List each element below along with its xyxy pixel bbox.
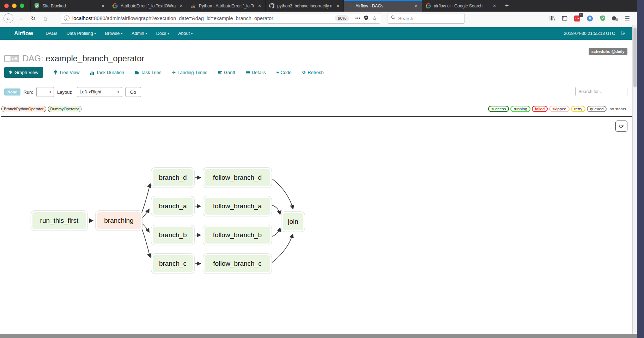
reload-button[interactable]: ↻ — [28, 13, 38, 23]
operator-legend-DummyOperator: DummyOperator — [48, 106, 81, 112]
tab-python-stackoverflow[interactable]: Python - AttributeError: '_io.Te ✕ — [187, 0, 265, 12]
graph-node-branch_a[interactable]: branch_a — [151, 196, 194, 216]
dag-pause-toggle[interactable]: Off — [4, 55, 19, 62]
graph-view-icon: ✱ — [9, 70, 13, 75]
status-legend: successrunningfailedskippedretryqueued n… — [488, 106, 627, 112]
nav-item-data-profiling[interactable]: Data Profiling▾ — [62, 31, 101, 36]
close-window-button[interactable] — [4, 4, 9, 8]
tab-close-icon[interactable]: ✕ — [257, 3, 262, 9]
airflow-brand[interactable]: Airflow — [4, 29, 33, 38]
refresh-icon: ⟳ — [302, 70, 306, 75]
status-legend-failed: failed — [532, 106, 548, 112]
search-icon — [391, 15, 396, 21]
tab-task-duration[interactable]: Task Duration — [90, 70, 124, 75]
new-tab-button[interactable]: + — [500, 0, 514, 12]
toggle-label: Off — [12, 57, 17, 61]
tab-close-icon[interactable]: ✕ — [179, 3, 184, 9]
tab-code[interactable]: ϟCode — [276, 70, 291, 75]
tab-close-icon[interactable]: ✕ — [335, 3, 340, 9]
browser-search-bar[interactable] — [388, 13, 464, 24]
tab-close-icon[interactable]: ✕ — [101, 3, 105, 9]
minimize-window-button[interactable] — [12, 4, 17, 8]
url-bar[interactable]: i localhost:8080/admin/airflow/graph?exe… — [61, 13, 380, 24]
chart-page-icon — [135, 70, 139, 75]
tab-title: Python - AttributeError: '_io.Te — [199, 4, 254, 8]
tab-task-tries[interactable]: Task Tries — [135, 70, 162, 75]
graph-node-branch_c[interactable]: branch_c — [151, 254, 194, 274]
nav-item-admin[interactable]: Admin▾ — [127, 31, 151, 36]
bookmark-star-icon[interactable]: ☆ — [372, 15, 377, 22]
graph-node-branching[interactable]: branching — [96, 211, 142, 231]
chevron-down-icon: ▾ — [191, 32, 193, 35]
graph-node-branch_b[interactable]: branch_b — [151, 225, 194, 245]
sidebar-icon[interactable] — [561, 15, 568, 22]
menu-hamburger-icon[interactable]: ☰ — [625, 15, 630, 22]
status-legend-no-status: no status — [608, 106, 627, 111]
site-info-icon[interactable]: i — [64, 16, 69, 21]
library-icon[interactable] — [548, 15, 555, 22]
nav-item-browse[interactable]: Browse▾ — [101, 31, 127, 36]
tab-refresh[interactable]: ⟳Refresh — [302, 70, 323, 75]
zoom-level-badge[interactable]: 80% — [335, 15, 349, 21]
tab-details[interactable]: Details — [246, 70, 266, 75]
nav-item-dags[interactable]: DAGs — [41, 31, 62, 36]
layout-label: Layout: — [57, 90, 72, 95]
nav-item-about[interactable]: About▾ — [174, 31, 197, 36]
graph-node-join[interactable]: join — [281, 212, 305, 232]
tree-icon — [54, 70, 57, 75]
nav-item-docs[interactable]: Docs▾ — [152, 31, 174, 36]
tab-tree-view[interactable]: Tree View — [54, 70, 80, 75]
airflow-pinwheel-icon — [347, 3, 353, 9]
bar-chart-icon — [90, 70, 94, 75]
task-search-input[interactable] — [575, 87, 627, 96]
graph-node-follow_branch_d[interactable]: follow_branch_d — [203, 168, 272, 188]
back-button[interactable]: ← — [4, 13, 13, 23]
graph-node-run_this_first[interactable]: run_this_first — [31, 211, 87, 231]
page-scrollbar[interactable] — [632, 25, 637, 334]
url-text[interactable]: localhost:8080/admin/airflow/graph?execu… — [72, 16, 332, 21]
run-select[interactable]: ▾ — [36, 87, 54, 97]
graph-node-branch_d[interactable]: branch_d — [151, 168, 194, 188]
chevron-down-icon: ▾ — [117, 90, 119, 94]
tab-landing-times[interactable]: ✈Landing Times — [172, 70, 207, 75]
tab-graph-view[interactable]: ✱Graph View — [4, 67, 43, 78]
tab-title: python3: behave incorrectly mo — [277, 4, 333, 8]
chevron-down-icon: ▾ — [146, 32, 147, 35]
forward-button[interactable]: → — [16, 13, 26, 23]
tab-gantt[interactable]: Gantt — [218, 70, 235, 75]
zoom-window-button[interactable] — [20, 4, 24, 8]
scrollbar-thumb[interactable] — [633, 27, 637, 87]
status-legend-items: successrunningfailedskippedretryqueued — [488, 106, 607, 112]
extension-shield-icon[interactable] — [599, 15, 606, 22]
tracking-shield-icon[interactable] — [364, 15, 369, 22]
go-button[interactable]: Go — [125, 87, 141, 97]
dag-graph-canvas[interactable]: run_this_firstbranchingbranch_dbranch_ab… — [1, 116, 632, 338]
tab-airflow-ui-search[interactable]: airflow ui - Google Search ✕ — [422, 0, 500, 12]
tab-title: Site Blocked — [42, 4, 98, 8]
graph-node-follow_branch_a[interactable]: follow_branch_a — [203, 196, 272, 216]
macos-traffic-lights — [0, 0, 30, 12]
layout-select[interactable]: Left->Right▾ — [77, 87, 122, 97]
graph-node-follow_branch_b[interactable]: follow_branch_b — [203, 225, 272, 245]
chevron-down-icon: ▾ — [121, 32, 122, 35]
tab-close-icon[interactable]: ✕ — [414, 3, 419, 9]
home-button[interactable]: ⌂ — [41, 13, 50, 23]
status-legend-success: success — [488, 106, 509, 112]
toggle-knob — [5, 56, 11, 61]
tab-airflow-dags-active[interactable]: Airflow - DAGs ✕ — [344, 0, 422, 12]
logout-icon[interactable] — [621, 30, 626, 37]
extension-red-icon[interactable]: ··· 1 — [574, 15, 581, 22]
browser-search-input[interactable] — [398, 16, 451, 21]
stackoverflow-icon — [190, 3, 196, 9]
run-controls: None Run: ▾ Layout: Left->Right▾ Go — [4, 87, 632, 97]
graph-refresh-button[interactable]: ⟳ — [615, 121, 627, 132]
extension-circles-icon[interactable] — [612, 15, 618, 21]
graph-node-follow_branch_c[interactable]: follow_branch_c — [203, 254, 272, 274]
tab-attributeerror-google[interactable]: AttributeError: '_io.TextIOWrapp ✕ — [109, 0, 187, 12]
page-actions-icon[interactable]: ••• — [355, 16, 361, 21]
adguard-shield-icon — [34, 3, 40, 9]
tab-close-icon[interactable]: ✕ — [492, 3, 497, 9]
tab-python3-github[interactable]: python3: behave incorrectly mo ✕ — [265, 0, 344, 12]
extension-blue-icon[interactable]: V — [587, 15, 594, 22]
tab-site-blocked[interactable]: Site Blocked ✕ — [30, 0, 109, 12]
